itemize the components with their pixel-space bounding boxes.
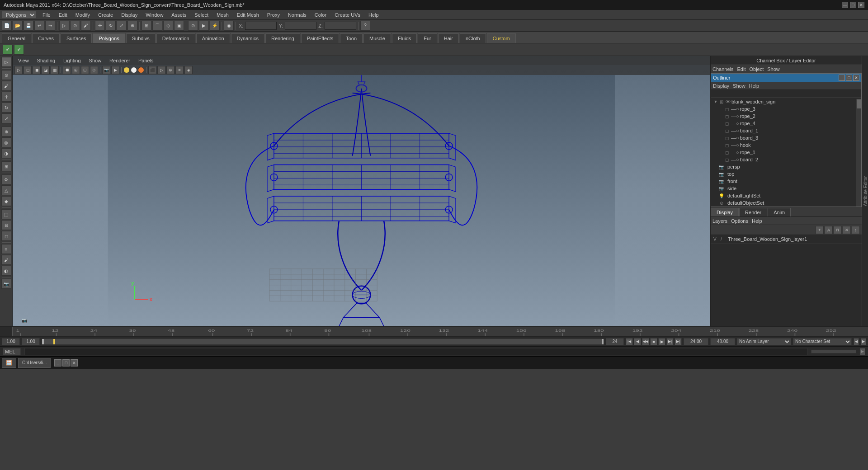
panel-layers-menu[interactable]: Layers: [712, 218, 727, 224]
minimize-button[interactable]: —: [842, 2, 848, 8]
taskbar-minimize[interactable]: _: [54, 359, 61, 367]
viewport-menu-lighting[interactable]: Lighting: [60, 57, 85, 64]
menu-display[interactable]: Display: [118, 11, 141, 19]
snap-grid-button[interactable]: ⊞: [142, 21, 151, 31]
layer-sort-btn[interactable]: ↕: [852, 226, 860, 234]
menu-color[interactable]: Color: [311, 11, 330, 19]
tab-general[interactable]: General: [2, 33, 31, 43]
layer-editor-button[interactable]: ≡: [1, 244, 11, 254]
cb-menu-edit[interactable]: Edit: [737, 66, 745, 72]
close-button[interactable]: ✕: [858, 2, 864, 8]
vp-select-btn[interactable]: ▷: [14, 66, 23, 74]
stop-button[interactable]: ■: [650, 338, 657, 345]
menu-mesh[interactable]: Mesh: [213, 11, 232, 19]
current-frame-handle[interactable]: [53, 339, 55, 344]
range-slider[interactable]: [42, 338, 604, 345]
tree-item-side[interactable]: 📷 side: [711, 185, 861, 192]
tab-animation[interactable]: Animation: [196, 33, 230, 43]
tree-item-rope2[interactable]: ◻ —○ rope_2: [711, 113, 861, 120]
outliner-menu-show[interactable]: Show: [733, 83, 745, 89]
tab-surfaces[interactable]: Surfaces: [61, 33, 92, 43]
snap-point-button[interactable]: ◇: [163, 21, 173, 31]
outliner-menu-help[interactable]: Help: [749, 83, 760, 89]
play-back-button[interactable]: ◀◀: [642, 338, 649, 345]
viewport-menu-show[interactable]: Show: [85, 57, 105, 64]
range-start-handle[interactable]: [42, 339, 44, 344]
attr-editor-label[interactable]: Attribute Editor: [863, 174, 868, 208]
snap-to-polys-button[interactable]: △: [1, 185, 11, 195]
ipr-render-button[interactable]: ⚡: [210, 21, 220, 31]
open-scene-button[interactable]: 📂: [13, 21, 23, 31]
scroll-thumb[interactable]: [857, 99, 861, 108]
cb-menu-object[interactable]: Object: [749, 66, 764, 72]
layer-render-btn[interactable]: R: [834, 226, 842, 234]
outliner-search-input[interactable]: [711, 90, 861, 98]
menu-help[interactable]: Help: [365, 11, 382, 19]
save-scene-button[interactable]: 💾: [24, 21, 33, 31]
move-left-button[interactable]: ✛: [1, 92, 11, 102]
show-manip-button[interactable]: ⊕: [127, 21, 137, 31]
camera-view-button[interactable]: 📷: [1, 279, 11, 289]
menu-create-uvs[interactable]: Create UVs: [331, 11, 364, 19]
maya-taskbar-item[interactable]: C:\Users\li...: [18, 358, 51, 368]
vp-cam-btn[interactable]: 📷: [102, 66, 110, 74]
vp-bookmark-btn[interactable]: ⊕: [166, 66, 175, 74]
tab-custom[interactable]: Custom: [487, 33, 516, 43]
panel-options-menu[interactable]: Options: [731, 218, 748, 224]
viewport-menu-view[interactable]: View: [14, 57, 33, 64]
menu-normals[interactable]: Normals: [284, 11, 310, 19]
outliner-resize-btn[interactable]: □: [846, 75, 852, 81]
tree-item-blank-wooden-sign[interactable]: ▼ ⊞ 👁 blank_wooden_sign: [711, 98, 861, 105]
menu-edit[interactable]: Edit: [55, 11, 71, 19]
vp-grid-btn[interactable]: ⊞: [72, 66, 80, 74]
panel-tab-anim[interactable]: Anim: [768, 208, 791, 216]
range-current-input[interactable]: [22, 338, 40, 345]
rotate-left-button[interactable]: ↻: [1, 103, 11, 113]
paint-geom-button[interactable]: 🖌: [1, 255, 11, 265]
tree-item-top[interactable]: 📷 top: [711, 170, 861, 178]
status-scroll-btn[interactable]: ▶: [860, 348, 865, 355]
end-frame-input[interactable]: [684, 338, 708, 345]
tool-settings-button[interactable]: ⚙: [1, 174, 11, 184]
layer-anim-btn[interactable]: A: [825, 226, 833, 234]
tab-fluids[interactable]: Fluids: [392, 33, 417, 43]
tree-item-board1[interactable]: ◻ —○ board_1: [711, 127, 861, 134]
tree-item-rope4[interactable]: ◻ —○ rope_4: [711, 120, 861, 127]
tab-muscle[interactable]: Muscle: [363, 33, 391, 43]
tab-deformation[interactable]: Deformation: [156, 33, 195, 43]
expand-icon[interactable]: ▼: [713, 99, 718, 104]
vp-renderer-btn[interactable]: ▶: [111, 66, 119, 74]
viewport-menu-renderer[interactable]: Renderer: [106, 57, 134, 64]
tab-fur[interactable]: Fur: [418, 33, 437, 43]
tree-item-board2[interactable]: ◻ —○ board_2: [711, 156, 861, 163]
anim-layer-select[interactable]: No Anim Layer: [737, 338, 791, 345]
region-select-button[interactable]: ⬚: [1, 209, 11, 219]
menu-window[interactable]: Window: [142, 11, 167, 19]
step-back-button[interactable]: ◀: [634, 338, 641, 345]
select-mode-button[interactable]: ▷: [1, 57, 11, 67]
workspace-selector[interactable]: Polygons: [2, 11, 36, 19]
scroll-left-button[interactable]: ◀: [854, 338, 859, 345]
z-input[interactable]: [325, 22, 356, 30]
tab-subdivs[interactable]: Subdivs: [126, 33, 156, 43]
step-forward-button[interactable]: ▶|: [666, 338, 674, 345]
viewport-menu-shading[interactable]: Shading: [33, 57, 59, 64]
menu-select[interactable]: Select: [191, 11, 212, 19]
quick-home-button[interactable]: ✔: [3, 45, 13, 55]
title-bar-controls[interactable]: — □ ✕: [842, 2, 864, 8]
vp-playblast-btn[interactable]: ▷: [157, 66, 165, 74]
move-tool-button[interactable]: ✛: [95, 21, 105, 31]
vp-flat-btn[interactable]: ◪: [42, 66, 50, 74]
outliner-menu-display[interactable]: Display: [713, 83, 729, 89]
universal-manip-button[interactable]: ⊕: [1, 127, 11, 136]
tab-rendering[interactable]: Rendering: [265, 33, 300, 43]
taskbar-restore[interactable]: □: [62, 359, 70, 367]
vp-color-yellow[interactable]: [123, 67, 130, 73]
sculpt-button[interactable]: ◑: [1, 148, 11, 158]
tab-dynamics[interactable]: Dynamics: [231, 33, 264, 43]
outliner-minimize-btn[interactable]: —: [839, 75, 845, 81]
create-poly-button[interactable]: ◻: [1, 231, 11, 241]
tab-toon[interactable]: Toon: [340, 33, 363, 43]
tree-item-board3[interactable]: ◻ —○ board_3: [711, 134, 861, 141]
vp-texture-btn[interactable]: ▦: [51, 66, 59, 74]
